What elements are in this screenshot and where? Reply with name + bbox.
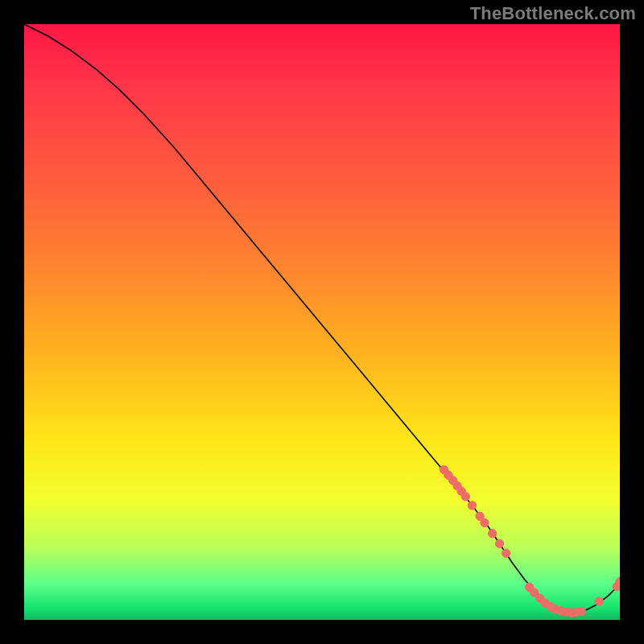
scatter-point [502, 549, 510, 557]
scatter-point [461, 493, 469, 501]
scatter-point [481, 518, 489, 526]
scatter-point [495, 539, 503, 547]
watermark-text: TheBottleneck.com [470, 3, 636, 24]
scatter-points [440, 465, 621, 617]
scatter-point [595, 597, 603, 605]
scatter-point [577, 607, 585, 615]
scatter-point [468, 502, 476, 510]
chart-frame: TheBottleneck.com [0, 0, 644, 644]
scatter-point [488, 530, 496, 538]
chart-overlay [24, 24, 620, 620]
bottleneck-curve [24, 24, 620, 613]
